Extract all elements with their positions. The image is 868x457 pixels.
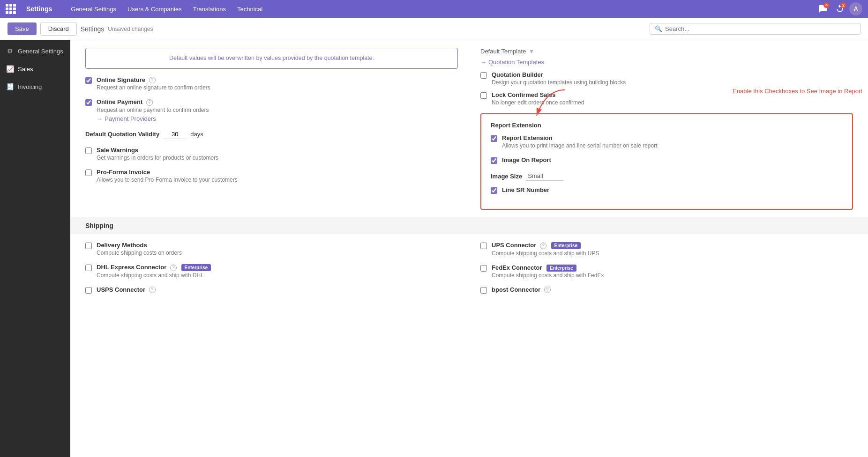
fedex-connector-info: FedEx Connector Enterprise Compute shipp… [492, 264, 604, 279]
ups-help-icon[interactable]: ? [540, 243, 546, 249]
ups-connector-info: UPS Connector ? Enterprise Compute shipp… [492, 242, 599, 257]
nav-technical[interactable]: Technical [232, 0, 267, 18]
fedex-connector-label: FedEx Connector [492, 264, 542, 271]
ups-connector-row: UPS Connector ? Enterprise Compute shipp… [480, 242, 853, 257]
chat-icon-btn[interactable]: 4 [816, 1, 831, 16]
online-signature-row: Online Signature ? Request an online sig… [85, 76, 458, 91]
sidebar-item-invoicing[interactable]: 🧾 Invoicing [0, 78, 70, 96]
bpost-connector-info: bpost Connector ? [492, 286, 551, 294]
online-signature-label: Online Signature [97, 76, 145, 83]
arrow-right-icon: → [97, 115, 103, 122]
settings-section: Default values will be overwritten by va… [70, 40, 868, 217]
quotation-builder-label: Quotation Builder [492, 71, 543, 78]
discard-button[interactable]: Discard [40, 22, 77, 36]
shipping-section: Delivery Methods Compute shipping costs … [70, 234, 868, 309]
report-extension-checkbox[interactable] [491, 135, 497, 142]
report-extension-checkbox-label: Report Extension [502, 134, 553, 141]
fedex-connector-row: FedEx Connector Enterprise Compute shipp… [480, 264, 853, 279]
sidebar-label-general-settings: General Settings [18, 48, 63, 55]
main-content: Default values will be overwritten by va… [70, 40, 868, 457]
report-extension-box: Report Extension Report Extension Allows… [480, 113, 853, 210]
online-signature-help-icon[interactable]: ? [149, 77, 156, 83]
online-payment-checkbox[interactable] [85, 99, 92, 106]
bpost-label-row: bpost Connector ? [492, 286, 551, 294]
sidebar-item-sales[interactable]: 📈 Sales [0, 60, 70, 78]
quotation-builder-desc: Design your quotation templates using bu… [492, 79, 626, 86]
line-sr-number-row: Line SR Number [491, 186, 843, 194]
online-payment-info: Online Payment ? Request an online payme… [97, 98, 209, 122]
bpost-connector-label: bpost Connector [492, 286, 540, 293]
sale-warnings-row: Sale Warnings Get warnings in orders for… [85, 147, 458, 161]
image-size-label: Image Size [491, 173, 522, 180]
validity-unit: days [190, 131, 203, 138]
top-navigation: Settings General Settings Users & Compan… [0, 0, 868, 18]
lock-confirmed-checkbox[interactable] [480, 92, 487, 99]
bpost-connector-checkbox[interactable] [480, 287, 487, 294]
left-column: Default values will be overwritten by va… [85, 48, 458, 210]
validity-input[interactable] [163, 130, 187, 139]
annotation-text: Enable this Checkboxes to See Image in R… [733, 88, 862, 95]
online-signature-info: Online Signature ? Request an online sig… [97, 76, 210, 91]
default-template-section: Default Template ▼ → Quotation Templates [480, 48, 853, 66]
usps-connector-info: USPS Connector ? [97, 286, 156, 294]
delivery-methods-checkbox[interactable] [85, 243, 92, 249]
online-signature-desc: Request an online signature to confirm o… [97, 84, 210, 91]
sale-warnings-checkbox[interactable] [85, 147, 92, 154]
payment-providers-link[interactable]: → Payment Providers [97, 115, 209, 122]
report-extension-checkbox-info: Report Extension Allows you to print ima… [502, 134, 658, 149]
online-payment-help-icon[interactable]: ? [146, 99, 153, 106]
nav-translations[interactable]: Translations [188, 0, 231, 18]
bpost-connector-row: bpost Connector ? [480, 286, 853, 294]
toolbar: Save Discard Settings Unsaved changes 🔍 [0, 18, 868, 40]
dhl-connector-desc: Compute shipping costs and ship with DHL [97, 272, 211, 279]
bpost-help-icon[interactable]: ? [544, 287, 551, 293]
online-signature-label-row: Online Signature ? [97, 76, 210, 84]
quotation-templates-link[interactable]: → Quotation Templates [480, 59, 853, 66]
shipping-two-column: Delivery Methods Compute shipping costs … [85, 242, 853, 301]
shipping-right-column: UPS Connector ? Enterprise Compute shipp… [480, 242, 853, 301]
delivery-methods-label: Delivery Methods [97, 242, 147, 249]
pro-forma-info: Pro-Forma Invoice Allows you to send Pro… [97, 169, 238, 183]
report-extension-section-title: Report Extension [491, 122, 843, 129]
image-size-value[interactable]: Small [526, 171, 563, 181]
quotation-builder-checkbox[interactable] [480, 72, 487, 79]
shipping-section-divider: Shipping [70, 217, 868, 234]
dhl-enterprise-badge: Enterprise [181, 264, 211, 271]
user-avatar[interactable]: A [849, 2, 862, 15]
main-layout: ⚙ General Settings 📈 Sales 🧾 Invoicing D… [0, 40, 868, 457]
line-sr-number-checkbox[interactable] [491, 187, 497, 194]
sidebar-item-general-settings[interactable]: ⚙ General Settings [0, 42, 70, 60]
online-payment-desc: Request an online payment to confirm ord… [97, 107, 209, 113]
info-box: Default values will be overwritten by va… [85, 48, 458, 69]
nav-general-settings[interactable]: General Settings [66, 0, 121, 18]
ups-connector-checkbox[interactable] [480, 243, 487, 249]
usps-help-icon[interactable]: ? [149, 287, 156, 293]
update-icon-btn[interactable]: 2 [832, 1, 847, 16]
image-size-row: Image Size Small [491, 171, 843, 181]
app-grid-icon[interactable] [6, 4, 16, 14]
report-extension-checkbox-row: Report Extension Allows you to print ima… [491, 134, 843, 149]
image-on-report-checkbox[interactable] [491, 157, 497, 164]
fedex-connector-checkbox[interactable] [480, 265, 487, 272]
online-payment-label: Online Payment [97, 98, 142, 105]
fedex-enterprise-badge: Enterprise [546, 265, 576, 272]
arrow-right-icon-2: → [480, 59, 486, 66]
save-button[interactable]: Save [7, 22, 37, 35]
payment-providers-label: Payment Providers [105, 115, 156, 122]
online-signature-checkbox[interactable] [85, 77, 92, 84]
search-icon: 🔍 [655, 25, 662, 32]
quotation-builder-row: Quotation Builder Design your quotation … [480, 71, 853, 86]
default-template-label: Default Template [480, 48, 526, 55]
pro-forma-checkbox[interactable] [85, 170, 92, 176]
dhl-connector-checkbox[interactable] [85, 265, 92, 271]
nav-users-companies[interactable]: Users & Companies [123, 0, 187, 18]
image-on-report-label: Image On Report [502, 156, 551, 163]
sidebar: ⚙ General Settings 📈 Sales 🧾 Invoicing [0, 40, 70, 457]
ups-connector-desc: Compute shipping costs and ship with UPS [492, 250, 599, 257]
update-badge: 2 [840, 2, 846, 8]
app-title[interactable]: Settings [22, 0, 57, 18]
search-input[interactable] [665, 25, 855, 32]
dhl-help-icon[interactable]: ? [170, 265, 177, 271]
usps-connector-checkbox[interactable] [85, 287, 92, 294]
sidebar-label-sales: Sales [18, 66, 33, 73]
